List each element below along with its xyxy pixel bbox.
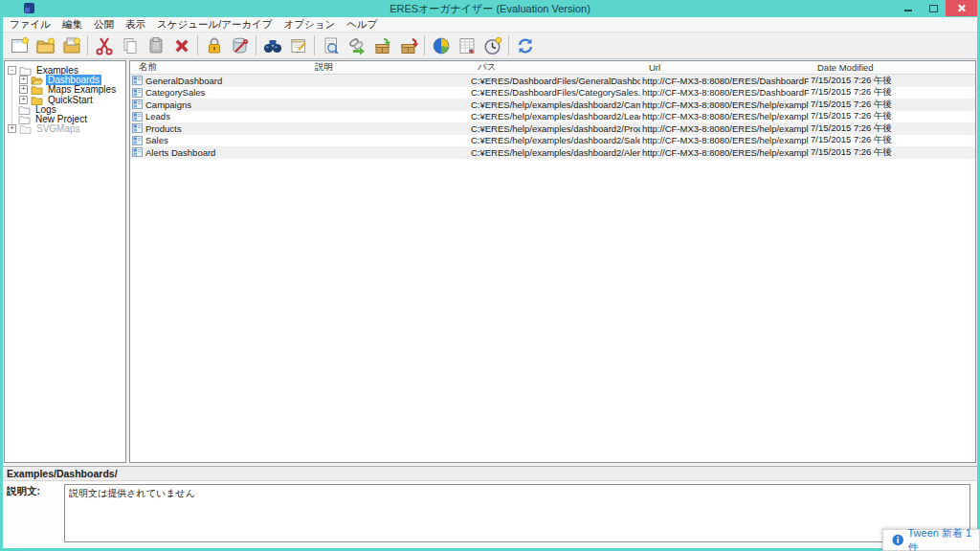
report-button[interactable]	[454, 33, 479, 57]
collapse-icon[interactable]: -	[8, 66, 16, 75]
minimize-button[interactable]	[896, 0, 921, 16]
save-folder-button[interactable]	[58, 33, 84, 57]
link-button[interactable]	[344, 33, 369, 57]
dashboard-file-icon	[132, 88, 143, 98]
cell-date-modified: 7/15/2015 7:26 午後	[809, 75, 892, 87]
package-export-button[interactable]	[395, 33, 421, 57]
paste-button[interactable]	[143, 33, 168, 57]
pie-chart-button[interactable]	[428, 33, 454, 57]
cell-name: GeneralDashboard	[145, 76, 222, 86]
table-row[interactable]: GeneralDashboard C:¥ERES/DashboardFiles/…	[130, 75, 975, 87]
description-row: 説明文: 説明文は提供されていません	[3, 481, 977, 548]
menu-view[interactable]: 表示	[120, 17, 151, 33]
table-row[interactable]: CategorySales C:¥ERES/DashboardFiles/Cat…	[130, 87, 975, 99]
pie-chart-icon	[431, 35, 452, 56]
column-header-description[interactable]: 説明	[306, 61, 469, 74]
cell-url: http://CF-MX3-8:8080/ERES/help/examples/…	[640, 147, 809, 158]
maximize-icon	[929, 5, 938, 12]
tree-item-quickstart[interactable]: + QuickStart	[5, 95, 125, 104]
toolbar-separator	[424, 35, 425, 55]
cell-url: http://CF-MX3-8:8080/ERES/help/examples/…	[640, 135, 809, 145]
tree-item-examples[interactable]: - Examples	[5, 65, 125, 75]
column-header-url[interactable]: Url	[640, 62, 809, 73]
schedule-button[interactable]	[479, 33, 505, 57]
cell-url: http://CF-MX3-8:8080/ERES/DashboardFiles…	[640, 76, 809, 86]
toolbar-separator	[197, 35, 198, 55]
table-row[interactable]: Products C:¥ERES/help/examples/dashboard…	[130, 122, 975, 135]
toolbar-separator	[508, 35, 509, 55]
tree-item-svgmaps[interactable]: + SVGMaps	[5, 124, 125, 134]
tree-item-logs[interactable]: Logs	[5, 104, 125, 114]
expand-icon[interactable]: +	[19, 76, 28, 84]
menu-help[interactable]: ヘルプ	[341, 17, 383, 33]
expand-icon[interactable]: +	[19, 96, 28, 104]
column-header-date-modified[interactable]: Date Modified	[809, 62, 975, 73]
menu-file[interactable]: ファイル	[4, 17, 56, 33]
copy-button[interactable]	[117, 33, 143, 57]
title-bar: ERESオーガナイザー (Evaluation Version)	[3, 0, 977, 17]
toolbar	[3, 33, 977, 59]
toolbar-separator	[256, 35, 256, 55]
delete-button[interactable]	[168, 33, 194, 57]
search-button[interactable]	[259, 33, 285, 57]
refresh-button[interactable]	[512, 33, 538, 57]
cut-button[interactable]	[91, 33, 117, 57]
column-header-path[interactable]: パス	[469, 61, 640, 74]
column-header-name[interactable]: 名前	[130, 61, 306, 74]
table-header: 名前 説明 パス Url Date Modified	[130, 61, 975, 75]
description-textarea[interactable]: 説明文は提供されていません	[64, 484, 970, 542]
cell-path: C:¥ERES/DashboardFiles/GeneralDashboard.…	[469, 76, 640, 86]
cell-date-modified: 7/15/2015 7:26 午後	[809, 86, 892, 99]
dashboard-file-icon	[132, 99, 143, 109]
toast-text: Tween 新着 1件	[907, 526, 979, 551]
preview-button[interactable]	[318, 33, 344, 57]
dashboard-file-icon	[132, 112, 143, 121]
report-icon	[457, 35, 478, 56]
package-import-button[interactable]	[369, 33, 395, 57]
cell-path: C:¥ERES/help/examples/dashboard2/Sales.d…	[469, 135, 640, 145]
menu-options[interactable]: オプション	[278, 17, 342, 33]
cell-url: http://CF-MX3-8:8080/ERES/help/examples/…	[640, 111, 809, 121]
search-binoculars-icon	[262, 35, 283, 56]
cell-date-modified: 7/15/2015 7:26 午後	[809, 134, 892, 146]
new-document-icon	[10, 35, 31, 56]
table-row[interactable]: Alerts Dashboard C:¥ERES/help/examples/d…	[130, 146, 975, 159]
close-button[interactable]	[946, 0, 977, 16]
menu-publish[interactable]: 公開	[88, 17, 120, 33]
client-area: ファイル 編集 公開 表示 スケジュール/アーカイブ オプション ヘルプ	[3, 17, 977, 548]
copy-icon	[120, 35, 141, 56]
dashboard-file-icon	[132, 123, 143, 133]
table-row[interactable]: Campaigns C:¥ERES/help/examples/dashboar…	[130, 99, 975, 111]
tree-item-new-project[interactable]: New Project	[5, 114, 125, 123]
table-row[interactable]: Sales C:¥ERES/help/examples/dashboard2/S…	[130, 135, 975, 147]
file-list: 名前 説明 パス Url Date Modified GeneralDashbo…	[129, 60, 976, 463]
open-folder-button[interactable]	[33, 33, 58, 57]
tween-notification-toast[interactable]: Tween 新着 1件	[882, 529, 980, 551]
menu-schedule-archive[interactable]: スケジュール/アーカイブ	[151, 17, 278, 33]
table-row[interactable]: Leads C:¥ERES/help/examples/dashboard2/L…	[130, 111, 975, 123]
open-folder-icon	[35, 35, 56, 56]
tree-label[interactable]: SVGMaps	[34, 123, 82, 134]
menu-bar: ファイル 編集 公開 表示 スケジュール/アーカイブ オプション ヘルプ	[3, 17, 977, 33]
info-icon	[892, 534, 903, 546]
schedule-clock-icon	[482, 35, 503, 56]
database-tools-button[interactable]	[227, 33, 253, 57]
breadcrumb: Examples/Dashboards/	[3, 467, 977, 481]
cell-date-modified: 7/15/2015 7:26 午後	[809, 110, 892, 122]
edit-button[interactable]	[285, 33, 311, 57]
expand-icon[interactable]: +	[8, 124, 16, 133]
cell-name: Sales	[145, 135, 168, 145]
maximize-button[interactable]	[921, 0, 946, 16]
app-icon	[24, 3, 34, 13]
cell-url: http://CF-MX3-8:8080/ERES/DashboardFiles…	[640, 87, 809, 98]
cell-name: Campaigns	[145, 99, 191, 110]
menu-edit[interactable]: 編集	[56, 17, 88, 33]
lock-button[interactable]	[201, 33, 227, 57]
new-document-button[interactable]	[7, 33, 33, 57]
tree-item-maps-examples[interactable]: + Maps Examples	[5, 85, 125, 95]
tree-item-dashboards[interactable]: + Dashboards	[5, 75, 125, 84]
paste-icon	[145, 35, 167, 56]
window-controls	[896, 0, 977, 16]
expand-icon[interactable]: +	[19, 85, 28, 94]
cell-path: C:¥ERES/help/examples/dashboard2/Leads.d…	[469, 111, 640, 121]
